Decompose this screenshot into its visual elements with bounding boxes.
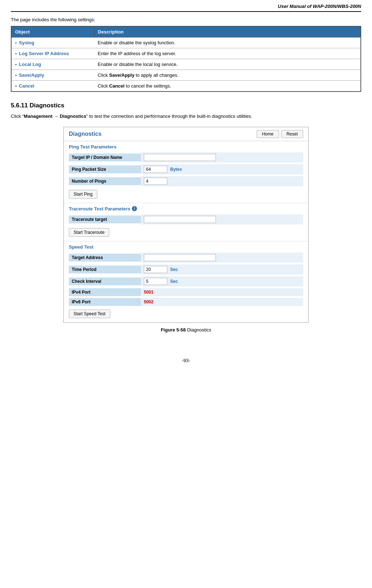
ping-target-input[interactable]	[144, 154, 216, 161]
bullet: •	[15, 72, 17, 78]
ping-packet-value: Bytes	[141, 164, 303, 174]
panel-title: Diagnostics	[69, 131, 102, 137]
section-description: Click “Management → Diagnostics” to test…	[11, 113, 361, 120]
ipv6-port-number: 5002	[144, 299, 154, 304]
ping-count-input[interactable]	[144, 178, 167, 185]
page-number: -93-	[182, 358, 190, 363]
intro-text: The page includes the following settings…	[11, 17, 361, 22]
sec-unit-2: Sec	[170, 279, 178, 284]
table-row: •Local Log Enable or disable the local l…	[11, 59, 361, 70]
traceroute-target-label: Traceroute target	[69, 215, 141, 223]
page-header: User Manual of WAP-200N/WBS-200N	[11, 4, 361, 12]
ping-target-value	[141, 152, 303, 162]
ping-target-label: Target IP / Domain Name	[69, 153, 141, 161]
page-footer: -93-	[11, 354, 361, 363]
mgmt-bold: Management → Diagnostics	[24, 113, 86, 119]
sec-unit-1: Sec	[170, 267, 178, 272]
speed-test-section-title: Speed Test	[69, 244, 303, 250]
start-traceroute-button[interactable]: Start Traceroute	[69, 228, 109, 237]
diagnostics-panel: Diagnostics Home Reset Ping Test Paramet…	[63, 127, 309, 323]
ping-section-title: Ping Test Parameters	[69, 144, 303, 150]
obj-save-apply: Save/Apply	[19, 72, 44, 78]
time-period-value: Sec	[141, 264, 303, 275]
time-period-input[interactable]	[144, 266, 167, 273]
col-description: Description	[94, 26, 361, 37]
figure-caption: Figure 5-58 Diagnostics	[11, 327, 361, 333]
speed-target-input[interactable]	[144, 254, 216, 261]
panel-header: Diagnostics Home Reset	[64, 127, 308, 141]
traceroute-target-row: Traceroute target	[69, 214, 303, 224]
bytes-unit: Bytes	[170, 167, 182, 172]
ipv6-port-value: 5002	[141, 298, 303, 306]
desc-syslog: Enable or disable the syslog function.	[94, 37, 361, 48]
ping-count-value	[141, 176, 303, 186]
traceroute-section-title: Traceroute Test Parameters i	[69, 206, 303, 211]
bullet: •	[15, 51, 17, 56]
traceroute-target-value	[141, 214, 303, 224]
desc-log-server: Enter the IP address of the log server.	[94, 48, 361, 59]
check-interval-value: Sec	[141, 276, 303, 286]
ping-packet-label: Ping Packet Size	[69, 165, 141, 173]
table-row: •Syslog Enable or disable the syslog fun…	[11, 37, 361, 48]
check-interval-label: Check Interval	[69, 277, 141, 285]
bullet: •	[15, 40, 17, 45]
speed-target-row: Target Address	[69, 253, 303, 263]
ping-target-row: Target IP / Domain Name	[69, 152, 303, 162]
table-row: •Save/Apply Click Save/Apply to apply al…	[11, 70, 361, 81]
reset-button[interactable]: Reset	[281, 130, 303, 138]
ipv6-port-label: IPv6 Port	[69, 298, 141, 306]
bullet: •	[15, 83, 17, 89]
traceroute-info-icon[interactable]: i	[132, 206, 137, 211]
table-row: •Cancel Click Cancel to cancel the setti…	[11, 81, 361, 92]
time-period-label: Time Period	[69, 266, 141, 273]
ipv4-port-label: IPv4 Port	[69, 288, 141, 296]
figure-label: Figure 5-58	[161, 327, 186, 333]
desc-local-log: Enable or disable the local log service.	[94, 59, 361, 70]
settings-table: Object Description •Syslog Enable or dis…	[11, 26, 361, 92]
ping-count-label: Number of Pings	[69, 177, 141, 185]
ping-packet-row: Ping Packet Size Bytes	[69, 164, 303, 174]
traceroute-section: Traceroute Test Parameters i Traceroute …	[64, 203, 308, 241]
section-title: Diagnostics	[30, 102, 64, 109]
speed-test-section: Speed Test Target Address Time Period Se…	[64, 241, 308, 322]
start-speed-test-button[interactable]: Start Speed Test	[69, 309, 110, 318]
obj-local-log: Local Log	[19, 62, 41, 67]
figure-text: Diagnostics	[186, 327, 211, 333]
speed-target-label: Target Address	[69, 254, 141, 262]
start-ping-button[interactable]: Start Ping	[69, 190, 97, 199]
ping-count-row: Number of Pings	[69, 176, 303, 186]
home-button[interactable]: Home	[257, 130, 279, 138]
time-period-row: Time Period Sec	[69, 264, 303, 275]
obj-cancel: Cancel	[19, 83, 35, 89]
col-object: Object	[11, 26, 94, 37]
ping-section: Ping Test Parameters Target IP / Domain …	[64, 141, 308, 203]
header-buttons: Home Reset	[257, 130, 303, 138]
desc-save-apply: Click Save/Apply to apply all changes.	[94, 70, 361, 81]
section-number: 5.6.11	[11, 102, 28, 109]
ipv4-port-number: 5001	[144, 290, 154, 295]
header-title: User Manual of WAP-200N/WBS-200N	[278, 4, 361, 9]
obj-log-server: Log Server IP Address	[19, 51, 69, 56]
section-heading: 5.6.11 Diagnostics	[11, 102, 361, 109]
desc-cancel: Click Cancel to cancel the settings.	[94, 81, 361, 92]
bullet: •	[15, 62, 17, 67]
ipv6-port-row: IPv6 Port 5002	[69, 298, 303, 306]
check-interval-input[interactable]	[144, 278, 167, 285]
ping-packet-input[interactable]	[144, 166, 167, 173]
ipv4-port-row: IPv4 Port 5001	[69, 288, 303, 296]
speed-target-value	[141, 253, 303, 263]
table-row: •Log Server IP Address Enter the IP addr…	[11, 48, 361, 59]
check-interval-row: Check Interval Sec	[69, 276, 303, 286]
ipv4-port-value: 5001	[141, 288, 303, 296]
traceroute-target-input[interactable]	[144, 216, 216, 223]
obj-syslog: Syslog	[19, 40, 35, 45]
